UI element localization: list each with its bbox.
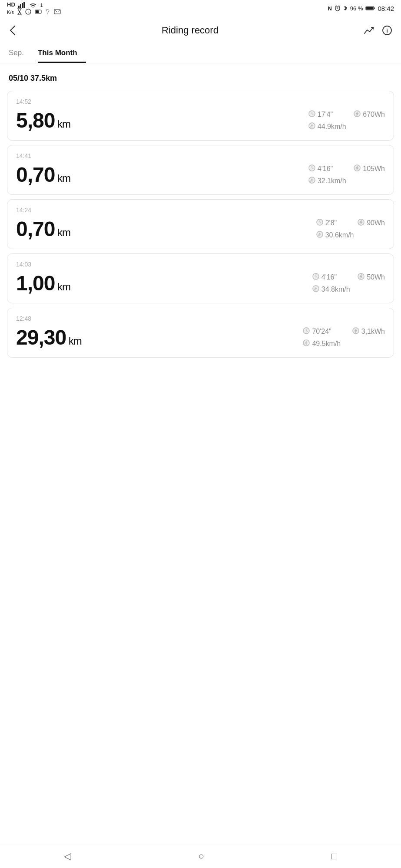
ride-energy-4: 3,1kWh — [352, 327, 385, 336]
ride-duration-0: 17'4" — [308, 110, 333, 119]
ride-speed-1: 32.1km/h — [308, 177, 346, 185]
ride-speed-3: 34.8km/h — [312, 285, 350, 294]
tab-this-month[interactable]: This Month — [38, 44, 86, 63]
ride-speed-value-1: 32.1km/h — [318, 177, 346, 185]
ride-energy-value-2: 90Wh — [367, 219, 385, 227]
ride-card-0[interactable]: 14:52 5,80 km 17'4" — [7, 91, 394, 141]
tabs: Sep. This Month — [0, 44, 401, 63]
ride-stats-3: 4'16" 50Wh 34.8km/h — [312, 273, 385, 294]
ride-distance-2: 0,70 km — [16, 217, 70, 241]
ride-duration-value-4: 70'24" — [312, 328, 331, 335]
ride-time-4: 12:48 — [16, 315, 385, 322]
date-header: 05/10 37.5km — [0, 67, 401, 86]
back-button[interactable] — [9, 24, 17, 36]
ride-duration-value-2: 2'8" — [325, 219, 337, 227]
ride-distance-3: 1,00 km — [16, 271, 70, 295]
ride-duration-2: 2'8" — [316, 219, 337, 227]
ride-speed-value-0: 44.9km/h — [318, 123, 346, 131]
energy-icon-3 — [358, 273, 365, 282]
ride-stats-1: 4'16" 105Wh 32.1km/h — [308, 164, 385, 185]
ride-main-2: 0,70 km 2'8" 90Wh — [16, 217, 385, 241]
status-bar: HD 1K/s i N 96 % 08:42 — [0, 0, 401, 16]
ride-stat-row-1-bot: 32.1km/h — [308, 177, 346, 185]
ride-duration-value-1: 4'16" — [318, 165, 333, 173]
ride-duration-4: 70'24" — [303, 327, 331, 336]
ride-distance-0: 5,80 km — [16, 108, 70, 132]
header: Riding record i — [0, 16, 401, 44]
ride-time-2: 14:24 — [16, 207, 385, 214]
ride-energy-2: 90Wh — [358, 219, 385, 227]
ride-main-1: 0,70 km 4'16" 105Wh — [16, 163, 385, 187]
clock-icon-4 — [303, 327, 310, 336]
energy-icon-0 — [354, 110, 361, 119]
energy-icon-2 — [358, 219, 365, 227]
ride-card-3[interactable]: 14:03 1,00 km 4'16" — [7, 253, 394, 303]
ride-main-4: 29,30 km 70'24" 3,1kWh — [16, 326, 385, 349]
ride-stats-4: 70'24" 3,1kWh 49.5km/h — [303, 327, 385, 348]
bottom-nav: ◁ ○ □ — [0, 844, 401, 868]
ride-speed-2: 30.6km/h — [316, 231, 354, 240]
ride-main-0: 5,80 km 17'4" 670Wh — [16, 108, 385, 132]
ride-time-0: 14:52 — [16, 98, 385, 105]
ride-card-2[interactable]: 14:24 0,70 km 2'8" — [7, 199, 394, 249]
ride-card-1[interactable]: 14:41 0,70 km 4'16" — [7, 145, 394, 195]
clock-icon-3 — [312, 273, 319, 282]
svg-text:i: i — [386, 27, 388, 34]
ride-stat-row-4-bot: 49.5km/h — [303, 339, 341, 348]
alarm-icon — [335, 5, 341, 11]
status-left: HD 1K/s i — [7, 1, 61, 15]
ride-distance-1: 0,70 km — [16, 163, 70, 187]
speed-icon-4 — [303, 339, 310, 348]
speed-icon-1 — [308, 177, 315, 185]
ride-card-4[interactable]: 12:48 29,30 km 70'24" — [7, 308, 394, 358]
time-display: 08:42 — [378, 5, 394, 12]
ride-energy-1: 105Wh — [354, 164, 385, 173]
energy-icon-4 — [352, 327, 359, 336]
ride-stat-row-3-bot: 34.8km/h — [312, 285, 350, 294]
svg-rect-3 — [23, 2, 25, 8]
battery-icon — [365, 6, 375, 11]
ride-energy-value-0: 670Wh — [363, 111, 385, 118]
ride-stats-2: 2'8" 90Wh 30.6km/h — [316, 219, 385, 240]
battery-percent: 96 % — [350, 5, 363, 12]
ride-energy-value-3: 50Wh — [367, 273, 385, 281]
nav-home-button[interactable]: ○ — [199, 851, 204, 862]
ride-stat-row-2-bot: 30.6km/h — [316, 231, 354, 240]
status-right: N 96 % 08:42 — [328, 5, 394, 12]
status-left-text: HD 1K/s i — [7, 1, 61, 15]
ride-energy-value-4: 3,1kWh — [361, 328, 385, 335]
ride-stat-row-0-top: 17'4" 670Wh — [308, 110, 385, 119]
clock-icon-0 — [308, 110, 315, 119]
svg-rect-7 — [36, 10, 39, 13]
clock-icon-2 — [316, 219, 323, 227]
svg-point-8 — [47, 13, 48, 14]
ride-stat-row-1-top: 4'16" 105Wh — [308, 164, 385, 173]
ride-stats-0: 17'4" 670Wh 44.9km/h — [308, 110, 385, 131]
ride-duration-value-3: 4'16" — [321, 273, 337, 281]
svg-text:i: i — [28, 10, 29, 14]
ride-speed-value-2: 30.6km/h — [325, 231, 354, 239]
ride-stat-row-0-bot: 44.9km/h — [308, 122, 346, 131]
ride-time-1: 14:41 — [16, 152, 385, 159]
ride-stat-row-3-top: 4'16" 50Wh — [312, 273, 385, 282]
nav-back-button[interactable]: ◁ — [64, 851, 71, 862]
ride-main-3: 1,00 km 4'16" 50Wh — [16, 271, 385, 295]
info-button[interactable]: i — [382, 25, 392, 36]
chart-button[interactable] — [364, 26, 375, 35]
ride-speed-value-3: 34.8km/h — [321, 286, 350, 293]
content-area: 05/10 37.5km 14:52 5,80 km 17'4" — [0, 67, 401, 392]
ride-energy-0: 670Wh — [354, 110, 385, 119]
nav-recent-button[interactable]: □ — [331, 851, 337, 862]
speed-icon-0 — [308, 122, 315, 131]
page-title: Riding record — [162, 25, 219, 36]
svg-rect-12 — [366, 7, 373, 10]
ride-duration-value-0: 17'4" — [318, 111, 333, 118]
ride-distance-4: 29,30 km — [16, 326, 82, 349]
ride-stat-row-4-top: 70'24" 3,1kWh — [303, 327, 385, 336]
ride-time-3: 14:03 — [16, 261, 385, 268]
ride-speed-4: 49.5km/h — [303, 339, 341, 348]
ride-speed-0: 44.9km/h — [308, 122, 346, 131]
ride-stat-row-2-top: 2'8" 90Wh — [316, 219, 385, 227]
tab-sep[interactable]: Sep. — [9, 44, 33, 63]
speed-icon-2 — [316, 231, 323, 240]
